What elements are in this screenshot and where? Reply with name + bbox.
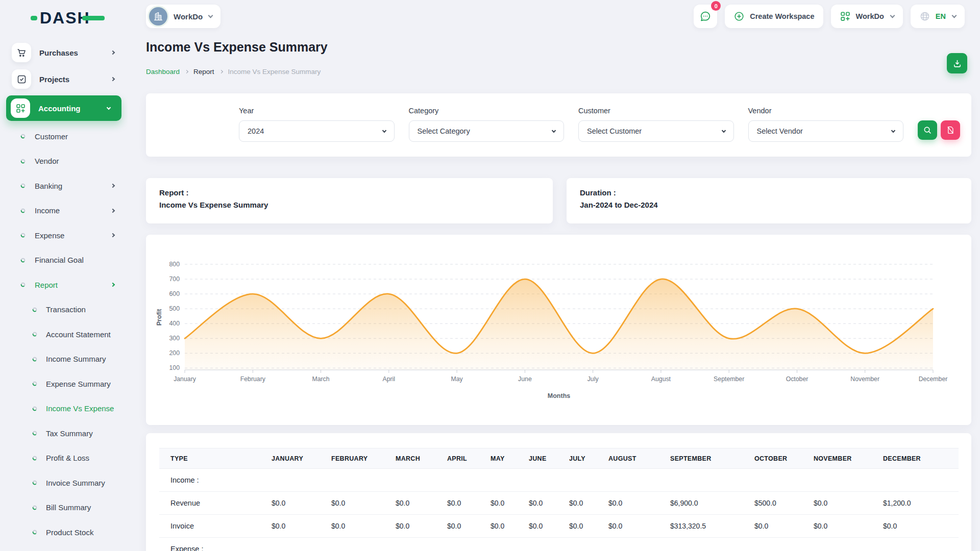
bullet-icon [20,159,26,164]
amount-cell: $0.0 [331,515,396,538]
app-root: { "brand": { "logo_text": "DASH" }, "top… [0,0,980,551]
amount-cell: $0.0 [529,515,569,538]
create-workspace-label: Create Workspace [750,12,814,20]
chevron-right-icon [111,233,115,237]
create-workspace-button[interactable]: Create Workspace [725,5,823,28]
row-type-label: Invoice [159,515,272,538]
sidebar-item-purchases[interactable]: Purchases [0,39,128,66]
sidebar-item-income-summary[interactable]: Income Summary [0,347,128,372]
profit-chart-svg: JanuaryFebruaryMarchAprilMayJuneJulyAugu… [146,235,971,425]
sidebar-item-transaction[interactable]: Transaction [0,297,128,322]
svg-text:500: 500 [169,305,180,312]
company-menu-label: WorkDo [856,12,884,20]
file-slash-icon [946,126,955,135]
messages-badge: 0 [711,1,721,11]
row-type-label: Revenue [159,492,272,515]
company-menu-button[interactable]: WorkDo [831,5,903,28]
svg-text:October: October [786,375,808,383]
globe-icon [919,11,930,22]
svg-text:December: December [919,375,948,383]
chevron-right-icon [219,70,223,73]
amount-cell: $0.0 [883,515,959,538]
profit-area-chart: JanuaryFebruaryMarchAprilMayJuneJulyAugu… [146,235,971,425]
sidebar-item-label: Profit & Loss [46,454,89,462]
language-selector[interactable]: EN [911,5,965,28]
sidebar-item-financial-goal[interactable]: Financial Goal [0,248,128,273]
breadcrumb-dashboard[interactable]: Dashboard [146,68,180,76]
report-card-value: Income Vs Expense Summary [159,201,540,209]
duration-card-value: Jan-2024 to Dec-2024 [580,201,958,209]
reset-button[interactable] [941,120,960,140]
svg-text:300: 300 [169,335,180,342]
col-header-september: SEPTEMBER [670,448,754,469]
messages-button[interactable]: 0 [694,5,717,28]
filter-customer: Customer Select Customer [578,107,734,142]
amount-cell: $0.0 [272,515,331,538]
sidebar-item-label: Invoice Summary [46,479,105,487]
breadcrumb: Dashboard Report Income Vs Expense Summa… [146,68,321,76]
sidebar-item-customer[interactable]: Customer [0,124,128,149]
sidebar-item-product-stock[interactable]: Product Stock [0,520,128,545]
chat-bubble-icon [699,10,712,22]
chevron-right-icon [185,70,188,73]
sidebar-item-vendor[interactable]: Vendor [0,149,128,174]
amount-cell: $0.0 [608,515,670,538]
select-value: Select Vendor [757,127,803,135]
language-code: EN [936,12,946,20]
search-button[interactable] [918,120,937,140]
amount-cell: $6,900.0 [670,492,754,515]
amount-cell: $0.0 [569,492,608,515]
bullet-icon [32,530,37,535]
sidebar-item-bill-summary[interactable]: Bill Summary [0,495,128,520]
sidebar-item-cash-flow[interactable]: Cash Flow [0,545,128,551]
svg-text:800: 800 [169,261,180,268]
sidebar-item-label: Income Summary [46,355,106,363]
sidebar-item-projects[interactable]: Projects [0,66,128,92]
amount-cell: $0.0 [754,515,814,538]
select-year[interactable]: 2024 [239,120,395,142]
sidebar-item-expense[interactable]: Expense [0,223,128,248]
amount-cell: $0.0 [491,515,529,538]
sidebar-item-income[interactable]: Income [0,198,128,223]
bullet-icon [32,431,37,436]
sidebar-item-profit-loss[interactable]: Profit & Loss [0,446,128,471]
check-square-icon [12,69,31,89]
sidebar-item-expense-summary[interactable]: Expense Summary [0,371,128,396]
sidebar-item-label: Product Stock [46,528,93,537]
sidebar-item-tax-summary[interactable]: Tax Summary [0,421,128,446]
sidebar-item-report[interactable]: Report [0,272,128,297]
chart-card: JanuaryFebruaryMarchAprilMayJuneJulyAugu… [146,235,971,425]
breadcrumb-report[interactable]: Report [193,68,214,76]
svg-text:700: 700 [169,276,180,283]
sidebar-item-label: Account Statement [46,330,111,339]
col-header-july: JULY [569,448,608,469]
chevron-right-icon [111,77,115,81]
svg-text:June: June [518,375,532,383]
bullet-icon [20,134,26,139]
svg-text:July: July [587,375,599,383]
sidebar-item-label: Projects [39,75,69,84]
svg-text:April: April [382,375,395,383]
select-customer[interactable]: Select Customer [578,120,734,142]
brand-logo[interactable]: DASH [31,8,105,28]
download-button[interactable] [947,53,967,73]
filters-card: Year 2024 Category Select Category Custo… [146,93,971,157]
col-header-february: FEBRUARY [331,448,396,469]
chevron-right-icon [111,184,115,188]
filter-actions [918,120,960,140]
sidebar-item-invoice-summary[interactable]: Invoice Summary [0,470,128,495]
select-vendor[interactable]: Select Vendor [748,120,904,142]
bullet-icon [32,307,37,312]
chevron-down-icon [890,13,895,18]
svg-text:600: 600 [169,290,180,297]
sidebar-nav: PurchasesProjectsAccountingCustomerVendo… [0,33,128,551]
bullet-icon [32,456,37,461]
sidebar-item-account-statement[interactable]: Account Statement [0,322,128,347]
col-header-may: MAY [491,448,529,469]
sidebar-item-banking[interactable]: Banking [0,173,128,198]
sidebar-item-accounting[interactable]: Accounting [6,95,121,121]
sidebar-item-income-vs-expense[interactable]: Income Vs Expense [0,396,128,421]
workspace-switcher[interactable]: WorkDo [146,5,220,28]
sidebar-item-label: Purchases [39,48,78,57]
select-category[interactable]: Select Category [409,120,565,142]
